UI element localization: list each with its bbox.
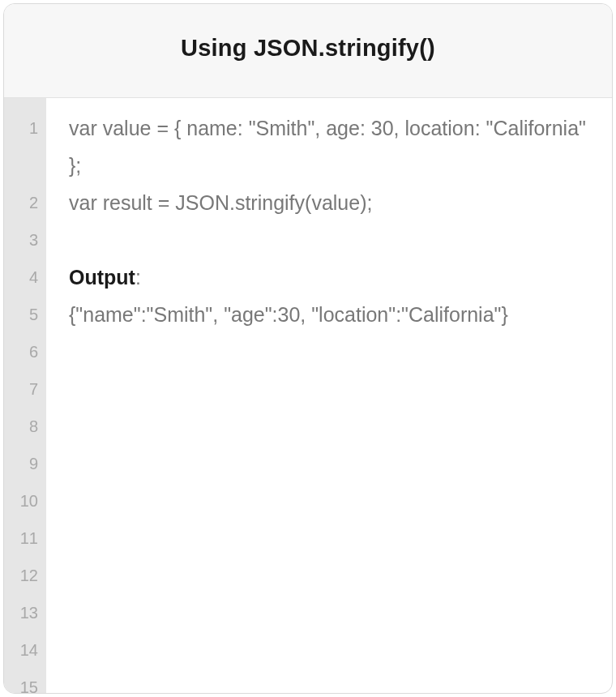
code-line: {"name":"Smith", "age":30, "location":"C… xyxy=(69,296,589,333)
line-number: 5 xyxy=(4,296,46,333)
line-number: 4 xyxy=(4,259,46,296)
line-number: 6 xyxy=(4,333,46,370)
header-title: Using JSON.stringify() xyxy=(4,35,612,62)
line-number: 12 xyxy=(4,557,46,594)
line-number: 11 xyxy=(4,520,46,557)
line-number: 15 xyxy=(4,669,46,693)
line-number: 14 xyxy=(4,631,46,669)
code-card: Using JSON.stringify() 12345678910111213… xyxy=(3,3,613,694)
line-number: 8 xyxy=(4,408,46,445)
line-number-gutter: 123456789101112131415 xyxy=(4,98,46,693)
line-number: 13 xyxy=(4,594,46,631)
output-colon: : xyxy=(135,266,141,289)
card-header: Using JSON.stringify() xyxy=(4,4,612,98)
code-line: Output: xyxy=(69,259,589,296)
output-label: Output xyxy=(69,266,135,289)
line-number: 1 xyxy=(4,109,46,184)
line-number: 3 xyxy=(4,221,46,259)
code-content: var value = { name: "Smith", age: 30, lo… xyxy=(46,98,612,693)
code-line: var value = { name: "Smith", age: 30, lo… xyxy=(69,109,589,184)
code-line xyxy=(69,221,589,259)
line-number: 2 xyxy=(4,184,46,221)
line-number: 7 xyxy=(4,370,46,408)
line-number: 9 xyxy=(4,445,46,482)
code-line: var result = JSON.stringify(value); xyxy=(69,184,589,221)
line-number: 10 xyxy=(4,482,46,520)
card-body: 123456789101112131415 var value = { name… xyxy=(4,98,612,693)
